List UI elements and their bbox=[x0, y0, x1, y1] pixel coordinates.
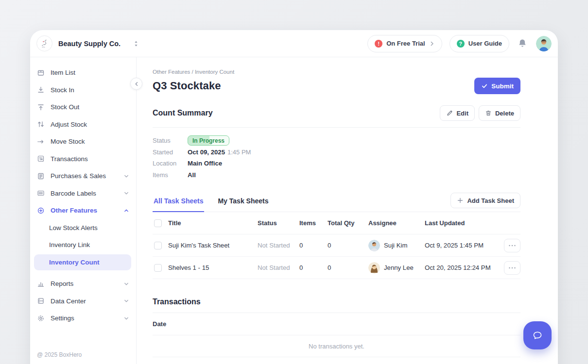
sidebar-item-inventory-count[interactable]: Inventory Count bbox=[34, 254, 131, 271]
sidebar-item-label: Stock In bbox=[51, 86, 74, 94]
copyright-text: @ 2025 BoxHero bbox=[37, 351, 82, 358]
sidebar-item-low-stock-alerts[interactable]: Low Stock Alerts bbox=[30, 219, 136, 237]
move-stock-icon bbox=[37, 138, 45, 146]
tab-all-task-sheets[interactable]: All Task Sheets bbox=[153, 197, 204, 212]
column-items: Items bbox=[299, 219, 328, 227]
chevron-down-icon bbox=[123, 190, 129, 196]
settings-icon bbox=[37, 314, 45, 322]
user-guide-label: User Guide bbox=[468, 40, 502, 47]
top-bar: Beauty Supply Co. ! On Free Trial ? User… bbox=[30, 30, 558, 57]
table-row[interactable]: Shelves 1 - 15 Not Started 0 0 bbox=[153, 257, 520, 279]
row-assignee: Suji Kim bbox=[368, 240, 425, 251]
started-date: Oct 09, 2025 bbox=[188, 149, 225, 156]
count-summary-header: Count Summary Edit Delete bbox=[153, 105, 520, 121]
assignee-name: Suji Kim bbox=[384, 242, 407, 249]
sidebar-item-other-features[interactable]: Other Features bbox=[30, 202, 136, 219]
column-title: Title bbox=[168, 219, 258, 227]
sidebar-item-label: Item List bbox=[51, 69, 75, 76]
free-trial-button[interactable]: ! On Free Trial bbox=[367, 35, 442, 52]
check-icon bbox=[481, 83, 488, 89]
trash-icon bbox=[485, 110, 492, 116]
started-field: Started Oct 09, 2025 1:45 PM bbox=[153, 147, 520, 158]
transactions-section: Transactions Date No transactions yet. bbox=[153, 298, 520, 357]
transactions-title: Transactions bbox=[153, 298, 520, 306]
chevron-down-icon bbox=[123, 173, 129, 179]
sidebar-item-label: Adjust Stock bbox=[51, 121, 87, 128]
row-total-qty: 0 bbox=[328, 242, 368, 249]
row-more-button[interactable] bbox=[504, 261, 520, 275]
user-avatar[interactable] bbox=[536, 36, 552, 51]
delete-label: Delete bbox=[495, 110, 514, 117]
alert-icon: ! bbox=[375, 40, 382, 48]
user-guide-button[interactable]: ? User Guide bbox=[450, 35, 509, 52]
sidebar-item-reports[interactable]: Reports bbox=[30, 275, 136, 293]
sidebar: Item List Stock In Stock Out Adjust Stoc… bbox=[30, 57, 137, 364]
assignee-avatar bbox=[368, 240, 380, 251]
breadcrumb[interactable]: Other Features / Inventory Count bbox=[153, 69, 520, 75]
transactions-icon bbox=[37, 155, 45, 163]
chat-bubble-icon bbox=[531, 329, 544, 342]
sidebar-item-barcode-labels[interactable]: Barcode Labels bbox=[30, 185, 136, 202]
column-assignee: Assignee bbox=[368, 219, 425, 227]
submit-button[interactable]: Submit bbox=[474, 78, 520, 94]
question-icon: ? bbox=[457, 40, 465, 48]
started-field-label: Started bbox=[153, 149, 188, 156]
data-center-icon bbox=[37, 297, 45, 305]
company-select-icon[interactable] bbox=[133, 40, 139, 47]
count-summary-title: Count Summary bbox=[153, 109, 213, 117]
row-more-button[interactable] bbox=[504, 239, 520, 252]
pencil-icon bbox=[446, 110, 453, 116]
row-last-updated: Oct 9, 2025 1:45 PM bbox=[425, 242, 504, 249]
sidebar-item-label: Other Features bbox=[51, 207, 97, 214]
sidebar-item-move-stock[interactable]: Move Stock bbox=[30, 133, 136, 150]
sidebar-item-inventory-link[interactable]: Inventory Link bbox=[30, 236, 136, 254]
company-switcher[interactable]: Beauty Supply Co. bbox=[36, 35, 139, 51]
sidebar-item-label: Move Stock bbox=[51, 138, 85, 145]
sidebar-item-item-list[interactable]: Item List bbox=[30, 64, 136, 82]
sidebar-subitem-label: Inventory Link bbox=[49, 241, 90, 248]
sidebar-item-data-center[interactable]: Data Center bbox=[30, 293, 136, 310]
column-last-updated: Last Updated bbox=[425, 219, 504, 227]
sidebar-item-purchases-sales[interactable]: Purchases & Sales bbox=[30, 167, 136, 185]
more-icon bbox=[508, 245, 516, 247]
select-all-checkbox[interactable] bbox=[154, 219, 162, 227]
row-checkbox[interactable] bbox=[154, 242, 162, 249]
add-task-sheet-label: Add Task Sheet bbox=[467, 197, 514, 204]
started-time: 1:45 PM bbox=[227, 149, 251, 156]
location-value: Main Office bbox=[188, 160, 222, 167]
adjust-stock-icon bbox=[37, 120, 45, 128]
transactions-date-column: Date bbox=[153, 313, 520, 335]
sidebar-item-label: Settings bbox=[51, 314, 74, 322]
assignee-name: Jenny Lee bbox=[384, 264, 414, 271]
status-field: Status In Progress bbox=[153, 135, 520, 147]
sidebar-item-stock-in[interactable]: Stock In bbox=[30, 82, 136, 99]
table-row[interactable]: Suji Kim's Task Sheet Not Started 0 0 bbox=[153, 234, 520, 257]
chat-launcher-button[interactable] bbox=[523, 321, 552, 349]
sidebar-spacer bbox=[30, 271, 136, 275]
location-field-label: Location bbox=[153, 160, 188, 167]
edit-label: Edit bbox=[456, 110, 468, 117]
sidebar-item-adjust-stock[interactable]: Adjust Stock bbox=[30, 116, 136, 133]
stock-out-icon bbox=[37, 103, 45, 111]
chevron-down-icon bbox=[123, 281, 129, 287]
sidebar-item-label: Purchases & Sales bbox=[51, 172, 106, 180]
chevron-up-icon bbox=[123, 208, 129, 214]
sidebar-item-label: Stock Out bbox=[51, 103, 79, 111]
add-task-sheet-button[interactable]: Add Task Sheet bbox=[450, 193, 520, 208]
items-field: Items All bbox=[153, 169, 520, 181]
column-total-qty: Total Qty bbox=[328, 219, 368, 227]
purchases-icon bbox=[37, 172, 45, 180]
sidebar-item-settings[interactable]: Settings bbox=[30, 310, 136, 327]
sidebar-item-transactions[interactable]: Transactions bbox=[30, 150, 136, 168]
row-status: Not Started bbox=[258, 264, 299, 271]
row-checkbox[interactable] bbox=[154, 264, 162, 272]
title-row: Q3 Stocktake Submit bbox=[153, 78, 520, 94]
sidebar-item-label: Transactions bbox=[51, 155, 88, 163]
item-list-icon bbox=[37, 69, 45, 77]
edit-button[interactable]: Edit bbox=[440, 105, 475, 121]
delete-button[interactable]: Delete bbox=[479, 105, 520, 121]
plus-icon bbox=[457, 197, 464, 204]
sidebar-item-stock-out[interactable]: Stock Out bbox=[30, 99, 136, 116]
notifications-bell-icon[interactable] bbox=[518, 38, 527, 49]
tab-my-task-sheets[interactable]: My Task Sheets bbox=[217, 197, 269, 212]
